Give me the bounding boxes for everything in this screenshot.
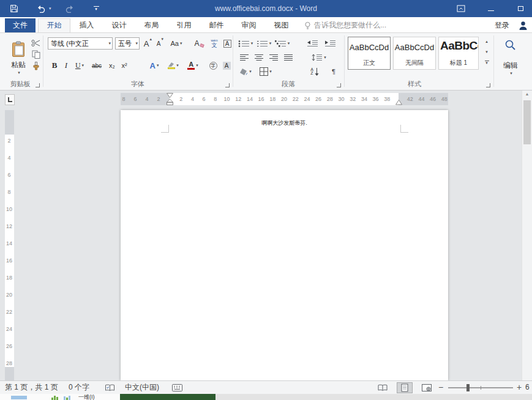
web-layout-button[interactable] (419, 382, 435, 393)
increase-indent-icon (324, 40, 336, 48)
tab-开始[interactable]: 开始 (38, 18, 70, 32)
style-card-无间隔[interactable]: AaBbCcDd无间隔 (393, 37, 436, 70)
align-left-button[interactable] (238, 51, 251, 64)
font-name-combo[interactable]: 等线 (中文正▾ (48, 37, 113, 50)
undo-button[interactable] (33, 2, 48, 15)
language-indicator[interactable]: 中文(中国) (125, 381, 159, 394)
underline-button[interactable]: U▾ (72, 59, 87, 72)
right-indent-marker[interactable] (395, 100, 402, 105)
show-marks-button[interactable]: ¶ (328, 65, 339, 78)
styles-scroll-down-button[interactable]: ▼ (482, 47, 491, 56)
paragraph-dialog-launcher[interactable] (337, 83, 341, 87)
styles-scroll-up-button[interactable]: ▲ (482, 37, 491, 46)
account-icon[interactable] (519, 21, 528, 31)
tab-设计[interactable]: 设计 (103, 18, 135, 32)
borders-button[interactable]: ▾ (257, 65, 274, 78)
phonetic-guide-button[interactable]: wén 文 (208, 37, 220, 50)
paste-label: 粘贴 (11, 60, 26, 70)
highlight-button[interactable]: ▾ (165, 59, 181, 72)
ruler-number: 44 (418, 96, 424, 102)
horizontal-ruler[interactable]: 8642246810121416182022242628303234363842… (121, 93, 448, 105)
zoom-out-button[interactable]: − (438, 381, 443, 394)
shading-button[interactable]: ▾ (238, 65, 253, 78)
tab-邮件[interactable]: 邮件 (200, 18, 233, 32)
signin-button[interactable]: 登录 (495, 18, 509, 32)
read-mode-icon (377, 384, 388, 391)
change-case-button[interactable]: Aa▾ (168, 37, 185, 50)
character-shading-button[interactable]: A (220, 59, 233, 72)
tab-插入[interactable]: 插入 (70, 18, 103, 32)
first-line-indent-marker[interactable] (167, 93, 173, 98)
zoom-in-button[interactable]: + (517, 381, 522, 394)
scrollbar-thumb[interactable] (523, 100, 531, 144)
print-layout-button[interactable] (397, 382, 413, 393)
subscript-button[interactable]: x₂ (107, 59, 118, 72)
tab-引用[interactable]: 引用 (168, 18, 200, 32)
style-card-标题 1[interactable]: AaBbCcDd标题 1 (438, 37, 479, 70)
vertical-ruler[interactable]: 246810121416182022242628 (5, 110, 14, 380)
background-fragment-chart-icon (51, 395, 60, 400)
enclose-character-button[interactable]: 字 (207, 59, 219, 72)
format-painter-button[interactable] (31, 61, 42, 71)
page-indicator[interactable]: 第 1 页，共 1 页 (5, 381, 58, 394)
decrease-indent-button[interactable] (305, 37, 320, 50)
tab-布局[interactable]: 布局 (135, 18, 168, 32)
read-mode-button[interactable] (375, 382, 391, 393)
word-window: ▾ ▾ www.officebai.com.docx - Word 文件 开始插… (0, 0, 532, 400)
document-page[interactable]: 啊啊大沙发斯蒂芬. (121, 110, 448, 380)
tellme[interactable]: 告诉我您想要做什么... (304, 18, 386, 32)
copy-button[interactable] (31, 50, 42, 59)
superscript-button[interactable]: x² (119, 59, 130, 72)
tab-file[interactable]: 文件 (5, 18, 36, 32)
vertical-scrollbar[interactable]: ▲ (522, 91, 532, 380)
justify-button[interactable] (282, 51, 295, 64)
character-border-button[interactable]: A (222, 37, 233, 50)
qat-customize-button[interactable]: ▾ (91, 4, 102, 13)
clipboard-dialog-launcher[interactable] (36, 83, 40, 87)
increase-indent-button[interactable] (322, 37, 338, 50)
zoom-percent[interactable]: 6 (525, 381, 530, 394)
bullets-button[interactable]: ▾ (238, 37, 253, 50)
undo-dropdown[interactable]: ▾ (49, 6, 51, 11)
word-count[interactable]: 0 个字 (69, 381, 89, 394)
zoom-slider[interactable] (448, 387, 513, 388)
styles-dialog-launcher[interactable] (486, 83, 490, 87)
sort-button[interactable]: A Z (307, 65, 322, 78)
clear-formatting-button[interactable]: A (192, 37, 206, 50)
align-center-button[interactable] (252, 51, 266, 64)
line-spacing-button[interactable]: ▾ (310, 51, 328, 64)
strikethrough-button[interactable]: abc (89, 59, 104, 72)
bold-button[interactable]: B (49, 59, 60, 72)
numbering-button[interactable]: ▾ (256, 37, 272, 50)
styles-more-button[interactable]: ▼ (482, 57, 491, 68)
ime-mode-button[interactable] (170, 383, 184, 392)
find-button[interactable] (503, 38, 518, 53)
minimize-button[interactable] (481, 0, 501, 17)
font-size-combo[interactable]: 五号▾ (115, 37, 140, 50)
maximize-button[interactable] (511, 0, 530, 17)
grow-font-button[interactable]: A▲ (142, 37, 154, 50)
tab-视图[interactable]: 视图 (265, 18, 298, 32)
redo-button[interactable] (62, 2, 77, 15)
align-right-button[interactable] (267, 51, 280, 64)
ribbon-display-options-button[interactable] (453, 2, 469, 15)
font-dialog-launcher[interactable] (225, 83, 230, 87)
font-color-button[interactable]: A ▾ (185, 59, 201, 72)
editing-button[interactable]: 编辑 ▾ (497, 57, 524, 78)
paste-button[interactable]: 粘贴 ▾ (5, 36, 32, 80)
hanging-indent-marker[interactable] (167, 99, 173, 105)
multilevel-list-button[interactable]: ▾ (274, 37, 290, 50)
italic-button[interactable]: I (61, 59, 71, 72)
tab-stop-selector[interactable] (5, 94, 15, 105)
zoom-slider-handle[interactable] (466, 384, 470, 391)
proofing-status-button[interactable] (103, 383, 116, 392)
shrink-font-button[interactable]: A▼ (155, 37, 166, 50)
document-text[interactable]: 啊啊大沙发斯蒂芬. (121, 119, 448, 127)
save-button[interactable] (6, 2, 22, 15)
tab-审阅[interactable]: 审阅 (233, 18, 265, 32)
style-card-正文[interactable]: AaBbCcDd正文 (348, 37, 391, 70)
scroll-up-arrow[interactable]: ▲ (522, 92, 532, 96)
text-effects-button[interactable]: A▾ (147, 59, 162, 72)
cut-button[interactable] (31, 38, 42, 48)
ruler-number: 14 (6, 240, 12, 246)
